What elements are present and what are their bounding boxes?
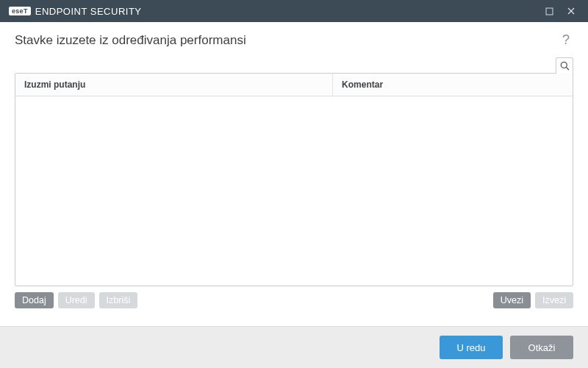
svg-rect-0 xyxy=(546,8,553,15)
column-header-comment[interactable]: Komentar xyxy=(333,74,573,96)
search-button[interactable] xyxy=(556,57,573,74)
dialog-footer: U redu Otkaži xyxy=(0,326,588,368)
cancel-button[interactable]: Otkaži xyxy=(510,336,573,359)
delete-button: Izbriši xyxy=(99,292,138,308)
titlebar: eseT ENDPOINT SECURITY xyxy=(0,0,588,22)
page-title: Stavke izuzete iz određivanja performans… xyxy=(15,33,246,48)
table-toolbar xyxy=(0,57,588,73)
maximize-icon xyxy=(545,7,553,15)
import-button[interactable]: Uvezi xyxy=(493,292,531,308)
add-button[interactable]: Dodaj xyxy=(15,292,54,308)
help-button[interactable]: ? xyxy=(559,32,573,48)
svg-point-3 xyxy=(561,62,567,68)
page-header: Stavke izuzete iz određivanja performans… xyxy=(0,22,588,57)
table-header: Izuzmi putanju Komentar xyxy=(15,74,573,96)
ok-button[interactable]: U redu xyxy=(440,336,503,359)
window-maximize-button[interactable] xyxy=(538,0,560,22)
exclusions-table: Izuzmi putanju Komentar xyxy=(15,73,573,286)
table-actions: Dodaj Uredi Izbriši Uvezi Izvezi xyxy=(0,286,588,308)
export-button: Izvezi xyxy=(535,292,573,308)
search-icon xyxy=(560,61,570,71)
window-close-button[interactable] xyxy=(560,0,582,22)
brand-badge: eseT xyxy=(9,7,31,15)
close-icon xyxy=(567,7,576,15)
column-header-path[interactable]: Izuzmi putanju xyxy=(15,74,333,96)
brand-product-name: ENDPOINT SECURITY xyxy=(35,6,142,17)
edit-button: Uredi xyxy=(58,292,95,308)
content-area: Stavke izuzete iz određivanja performans… xyxy=(0,22,588,368)
svg-line-4 xyxy=(566,67,569,70)
table-body[interactable] xyxy=(15,96,573,286)
help-icon: ? xyxy=(562,32,570,47)
